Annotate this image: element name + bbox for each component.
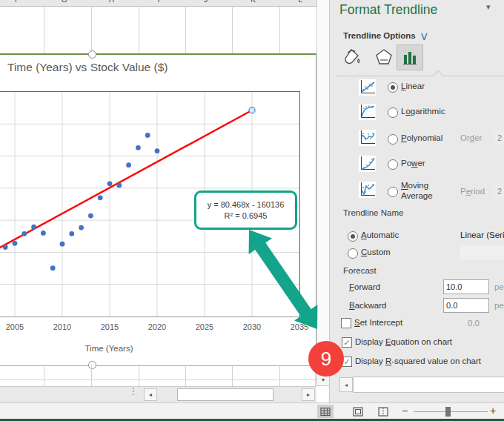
scroll-left-button[interactable]: ◂	[144, 388, 157, 401]
zoom-out-button[interactable]: −	[402, 405, 408, 417]
trendline-options-label[interactable]: Trendline Options	[343, 31, 416, 40]
sheet-gridline	[44, 6, 44, 53]
trendline-name-header: Trendline Name	[343, 208, 403, 217]
sheet-gridline	[185, 365, 186, 386]
power-type-icon	[359, 156, 376, 172]
chart-title[interactable]: Time (Years) vs Stock Value ($)	[7, 61, 168, 74]
zoom-slider-track[interactable]	[414, 411, 488, 412]
radio-custom[interactable]	[348, 248, 358, 259]
display-r-squared-label[interactable]: Display R-squared value on chart	[355, 357, 481, 365]
column-header-J[interactable]: J	[182, 0, 230, 4]
backward-input[interactable]	[443, 298, 489, 313]
scroll-thumb[interactable]	[177, 388, 273, 401]
scroll-down-button[interactable]: ▾	[316, 373, 330, 386]
right-arrow-icon: ▸	[307, 391, 310, 398]
sheet-grid-bottom	[0, 365, 316, 386]
radio-custom-label[interactable]: Custom	[361, 248, 391, 256]
moving-average-line1: Moving	[401, 180, 433, 190]
set-intercept-label[interactable]: Set Intercept	[354, 318, 402, 327]
display-equation-checkbox[interactable]: ✓	[342, 337, 352, 348]
sheet-gridline	[44, 365, 44, 386]
sheet-gridline	[315, 365, 316, 386]
radio-automatic-label[interactable]: Automatic	[361, 231, 399, 239]
radio-linear-label[interactable]: Linear	[401, 82, 425, 90]
backward-label: Backward	[349, 301, 387, 310]
radio-moving-average[interactable]	[388, 187, 398, 197]
forecast-header: Forecast	[343, 266, 377, 275]
sheet-gridline	[279, 6, 280, 53]
sheet-gridline	[232, 6, 233, 53]
page-break-view-button[interactable]	[375, 405, 391, 418]
x-tick-label: 2015	[93, 322, 126, 331]
x-tick-label: 2010	[46, 322, 79, 331]
x-tick-label: 2020	[141, 322, 173, 331]
tab-effects[interactable]	[371, 44, 397, 69]
sheet-gridline	[0, 379, 316, 380]
left-arrow-icon: ◂	[345, 382, 348, 388]
sheet-gridline	[232, 365, 233, 386]
backward-unit: per	[494, 301, 504, 310]
display-r-squared-checkbox[interactable]: ✓	[342, 357, 352, 367]
polynomial-type-icon	[359, 130, 376, 146]
radio-polynomial-label[interactable]: Polynomial	[401, 133, 442, 142]
equation-text: y = 80.468x - 160136	[208, 199, 285, 210]
tab-trendline-options[interactable]	[397, 44, 423, 70]
chart-object[interactable]: Time (Years) vs Stock Value ($) 20052010…	[0, 53, 316, 366]
radio-logarithmic[interactable]	[388, 107, 398, 118]
column-header-K[interactable]: K	[230, 0, 277, 4]
column-header-L[interactable]: L	[276, 0, 316, 4]
chevron-down-icon[interactable]: ⋁	[419, 32, 427, 40]
pane-collapse-button[interactable]: ▾	[486, 2, 491, 12]
splitter-dots-icon[interactable]: ⋮	[129, 386, 138, 397]
radio-power-label[interactable]: Power	[401, 159, 425, 168]
column-header-F[interactable]: F	[0, 0, 41, 4]
x-tick-label: 2030	[236, 322, 268, 331]
tab-fill-line[interactable]	[339, 44, 364, 69]
pane-scroll-track[interactable]	[353, 377, 504, 393]
column-header-H[interactable]: H	[87, 0, 135, 4]
custom-name-input[interactable]	[460, 245, 504, 259]
column-header-G[interactable]: G	[41, 0, 88, 4]
period-value[interactable]: 2	[493, 185, 504, 198]
pane-title: Format Trendline	[339, 2, 437, 18]
page-break-preview-icon	[378, 407, 388, 417]
moving-average-line2: Average	[401, 190, 433, 201]
scroll-right-button[interactable]: ▸	[302, 388, 315, 401]
sheet-gridline	[91, 365, 92, 386]
zoom-slider-handle[interactable]	[445, 407, 451, 417]
left-arrow-icon: ◂	[149, 391, 152, 398]
radio-logarithmic-label[interactable]: Logarithmic	[401, 107, 445, 116]
order-label: Order	[460, 133, 482, 142]
period-label: Period	[460, 187, 485, 196]
display-equation-label[interactable]: Display Equation on chart	[355, 337, 452, 346]
forward-label: Forward	[349, 282, 380, 291]
radio-linear[interactable]	[388, 82, 398, 93]
radio-power[interactable]	[388, 159, 398, 170]
zoom-in-button[interactable]: +	[490, 405, 496, 417]
forward-input[interactable]	[443, 279, 489, 294]
radio-automatic[interactable]	[348, 231, 358, 242]
set-intercept-checkbox[interactable]	[341, 318, 351, 328]
bar-chart-icon	[402, 50, 418, 66]
r-squared-text: R² = 0.6945	[225, 210, 268, 222]
trendline-equation-label[interactable]: y = 80.468x - 160136 R² = 0.6945	[194, 190, 297, 230]
column-header-I[interactable]: I	[135, 0, 182, 4]
sheet-horizontal-scrollbar[interactable]: ⋮ ◂ ▸	[0, 386, 316, 403]
radio-polynomial[interactable]	[388, 134, 398, 145]
x-axis-title[interactable]: Time (Years)	[64, 344, 153, 353]
pane-scroll-left-button[interactable]: ◂	[339, 377, 353, 392]
excel-window: FGHIJKL Time (Years) vs Stock Value ($) …	[0, 0, 504, 421]
sheet-gridline	[139, 365, 139, 386]
x-tick-label: 2005	[0, 322, 31, 331]
chart-top-handle[interactable]	[88, 50, 96, 59]
moving-average-type-icon	[359, 182, 376, 198]
status-bar: − +	[0, 402, 504, 420]
forward-unit: per	[494, 282, 504, 291]
radio-moving-average-label[interactable]: Moving Average	[401, 180, 433, 201]
order-value[interactable]: 2	[493, 131, 504, 145]
linear-type-icon	[359, 79, 376, 96]
sheet-gridline	[185, 6, 186, 53]
page-layout-view-button[interactable]	[350, 405, 366, 418]
paint-bucket-icon	[342, 47, 361, 67]
normal-view-button[interactable]	[317, 405, 334, 418]
